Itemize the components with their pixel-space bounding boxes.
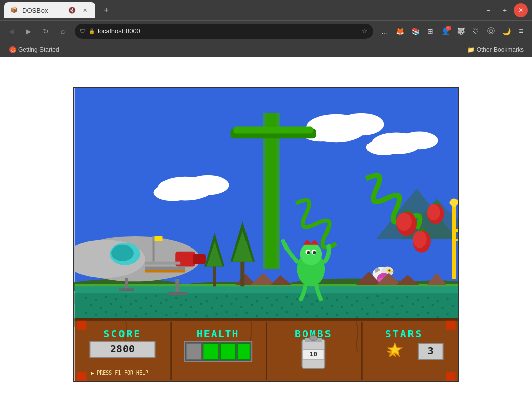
svg-rect-93 xyxy=(452,305,454,307)
svg-rect-89 xyxy=(412,303,414,305)
sync-icon[interactable]: ⊞ xyxy=(424,25,437,38)
svg-point-169 xyxy=(449,198,458,207)
svg-text:▶ PRESS F1 FOR HELP: ▶ PRESS F1 FOR HELP xyxy=(91,370,148,376)
svg-rect-192 xyxy=(170,322,172,380)
svg-rect-94 xyxy=(85,312,87,314)
svg-rect-64 xyxy=(160,302,162,304)
svg-text:SCORE: SCORE xyxy=(103,328,141,340)
svg-rect-33 xyxy=(215,297,217,299)
svg-point-153 xyxy=(413,231,427,248)
svg-rect-142 xyxy=(119,288,134,291)
extension3-icon[interactable]: ⓪ xyxy=(484,25,498,38)
svg-rect-44 xyxy=(326,297,328,299)
svg-point-157 xyxy=(300,243,322,265)
svg-rect-101 xyxy=(155,310,157,312)
url-text: localhost:8000 xyxy=(98,27,140,35)
svg-rect-92 xyxy=(441,307,443,309)
svg-rect-170 xyxy=(454,229,458,232)
bookmark-star-icon[interactable]: ☆ xyxy=(362,27,368,35)
svg-rect-137 xyxy=(145,267,185,271)
svg-rect-81 xyxy=(331,305,333,307)
svg-rect-61 xyxy=(130,303,132,305)
svg-rect-42 xyxy=(306,295,308,297)
svg-rect-103 xyxy=(175,312,177,314)
svg-rect-96 xyxy=(105,311,107,313)
svg-point-165 xyxy=(388,270,390,272)
svg-rect-203 xyxy=(220,344,235,360)
browser-window: 📦 DOSBox 🔇 ✕ + − + ✕ ◀ xyxy=(0,0,532,412)
svg-rect-90 xyxy=(421,306,423,308)
account-icon[interactable]: 👤 2 xyxy=(439,25,452,38)
title-bar: 📦 DOSBox 🔇 ✕ + − + ✕ xyxy=(0,0,532,20)
svg-rect-86 xyxy=(381,302,383,304)
svg-rect-63 xyxy=(150,305,152,307)
svg-point-6 xyxy=(366,139,401,155)
back-button[interactable]: ◀ xyxy=(4,24,18,38)
bookmark-getting-started[interactable]: 🦊 Getting Started xyxy=(5,45,63,54)
svg-rect-172 xyxy=(454,239,458,241)
game-canvas[interactable]: SCORE 2800 ▶ PRESS F1 FOR HELP HEALTH xyxy=(73,87,459,382)
svg-point-161 xyxy=(313,251,316,254)
svg-rect-35 xyxy=(235,298,237,300)
extension2-icon[interactable]: 🛡 xyxy=(469,25,482,38)
svg-rect-98 xyxy=(125,311,127,313)
tab-mute-icon[interactable]: 🔇 xyxy=(68,7,76,14)
svg-rect-107 xyxy=(215,313,217,315)
svg-rect-74 xyxy=(261,307,263,309)
svg-rect-50 xyxy=(386,299,388,301)
svg-rect-117 xyxy=(316,315,318,317)
svg-rect-59 xyxy=(110,303,112,305)
svg-point-160 xyxy=(307,251,310,254)
maximize-button[interactable]: + xyxy=(498,3,512,17)
other-bookmarks-folder[interactable]: 📁 Other Bookmarks xyxy=(464,45,527,54)
svg-rect-130 xyxy=(446,313,448,315)
folder-icon: 📁 xyxy=(467,46,475,53)
svg-point-155 xyxy=(427,204,440,220)
svg-rect-70 xyxy=(220,305,222,307)
browser-tab[interactable]: 📦 DOSBox 🔇 ✕ xyxy=(4,2,95,18)
content-area: SCORE 2800 ▶ PRESS F1 FOR HELP HEALTH xyxy=(0,57,532,412)
tab-close-button[interactable]: ✕ xyxy=(80,6,89,15)
nav-right-icons: … 🦊 📚 ⊞ 👤 2 🐺 🛡 ⓪ xyxy=(378,25,528,38)
svg-rect-138 xyxy=(145,262,180,265)
menu-button[interactable]: ≡ xyxy=(515,25,528,38)
security-icon: 🛡 xyxy=(80,28,86,34)
more-button[interactable]: … xyxy=(378,25,391,38)
svg-rect-100 xyxy=(145,313,147,315)
tab-title: DOSBox xyxy=(22,7,64,14)
library-icon[interactable]: 📚 xyxy=(408,25,422,38)
extension1-icon[interactable]: 🐺 xyxy=(454,25,467,38)
svg-rect-190 xyxy=(77,372,86,381)
svg-rect-71 xyxy=(230,303,232,305)
new-tab-button[interactable]: + xyxy=(99,3,113,17)
pocket-icon[interactable]: 🦊 xyxy=(393,25,406,38)
forward-button[interactable]: ▶ xyxy=(21,24,35,38)
svg-rect-58 xyxy=(100,307,102,309)
address-bar[interactable]: 🛡 🔒 localhost:8000 ☆ xyxy=(75,24,373,39)
close-button[interactable]: ✕ xyxy=(514,3,528,17)
extension4-icon[interactable]: 🌙 xyxy=(500,25,513,38)
svg-rect-69 xyxy=(210,307,212,309)
svg-rect-91 xyxy=(431,304,433,306)
svg-rect-82 xyxy=(341,306,343,308)
svg-rect-72 xyxy=(240,306,242,308)
svg-rect-68 xyxy=(200,303,202,305)
svg-rect-194 xyxy=(361,322,362,380)
svg-rect-105 xyxy=(195,311,197,313)
minimize-button[interactable]: − xyxy=(481,3,496,17)
svg-rect-111 xyxy=(256,315,258,317)
home-button[interactable]: ⌂ xyxy=(56,24,70,38)
svg-rect-128 xyxy=(426,312,428,314)
reload-button[interactable]: ↻ xyxy=(38,24,53,38)
svg-rect-115 xyxy=(296,314,298,316)
svg-rect-143 xyxy=(152,236,154,262)
svg-rect-20 xyxy=(85,297,87,299)
svg-rect-55 xyxy=(436,300,438,302)
svg-rect-85 xyxy=(371,304,373,306)
svg-rect-39 xyxy=(275,299,277,301)
svg-rect-136 xyxy=(193,254,206,264)
svg-rect-24 xyxy=(125,295,127,297)
svg-rect-109 xyxy=(235,314,237,316)
svg-rect-28 xyxy=(165,299,167,301)
svg-rect-144 xyxy=(154,236,162,241)
